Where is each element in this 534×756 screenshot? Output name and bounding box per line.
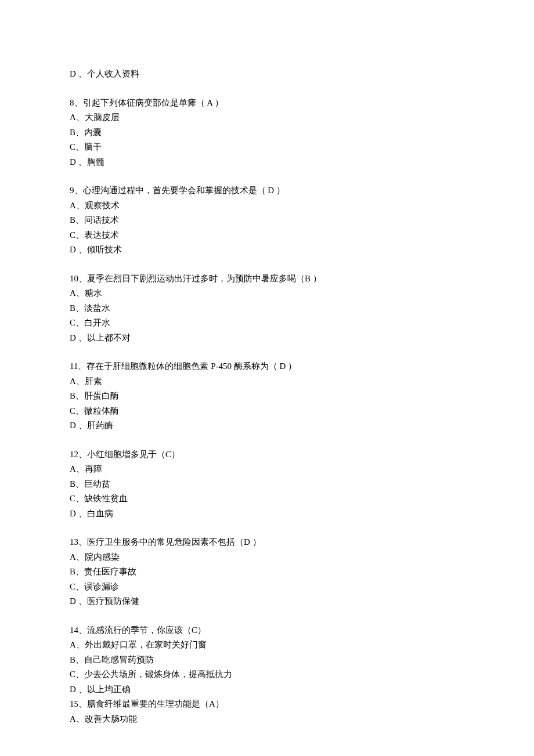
option-c: C、白开水 bbox=[70, 316, 464, 331]
option-c: C、少去公共场所，锻炼身体，提高抵抗力 bbox=[70, 667, 464, 682]
question-12: 12、小红细胞增多见于（C） A、再障 B、巨幼贫 C、缺铁性贫血 D 、白血病 bbox=[70, 447, 464, 522]
option-b: B、责任医疗事故 bbox=[70, 565, 464, 580]
option-c: C、缺铁性贫血 bbox=[70, 491, 464, 507]
option-d: D 、以上均正确 bbox=[70, 682, 464, 697]
option-a: A、肝素 bbox=[70, 374, 464, 389]
question-11: 11、存在于肝细胞微粒体的细胞色素 P-450 酶系称为（ D ） A、肝素 B… bbox=[70, 359, 464, 433]
question-8: 8、引起下列体征病变部位是单瘫（ A ） A、大脑皮层 B、内囊 C、脑干 D … bbox=[70, 96, 464, 170]
option-d: D 、白血病 bbox=[70, 507, 464, 522]
option-b: B、内囊 bbox=[70, 125, 464, 140]
option-a: A、观察技术 bbox=[70, 198, 464, 214]
option-b: B、问话技术 bbox=[70, 213, 464, 228]
option-c: C、微粒体酶 bbox=[70, 404, 464, 419]
question-13: 13、医疗卫生服务中的常见危险因素不包括（D ） A、院内感染 B、责任医疗事故… bbox=[70, 535, 464, 609]
question-14: 14、流感流行的季节，你应该（C） A、外出戴好口罩，在家时关好门窗 B、自己吃… bbox=[70, 623, 464, 727]
option-a: A、糖水 bbox=[70, 286, 464, 301]
question-stem: 12、小红细胞增多见于（C） bbox=[70, 447, 464, 462]
option-d: D 、胸髓 bbox=[70, 155, 464, 170]
question-stem-15: 15、膳食纤维最重要的生理功能是（A） bbox=[70, 697, 464, 712]
option-d: D 、肝药酶 bbox=[70, 418, 464, 433]
option-b: B、肝蛋白酶 bbox=[70, 389, 464, 404]
option-a: A、外出戴好口罩，在家时关好门窗 bbox=[70, 638, 464, 653]
question-stem: 14、流感流行的季节，你应该（C） bbox=[70, 623, 464, 638]
question-10: 10、夏季在烈日下剧烈运动出汗过多时，为预防中暑应多喝（B ） A、糖水 B、淡… bbox=[70, 272, 464, 346]
option-d: D 、倾听技术 bbox=[70, 243, 464, 258]
option-c: C、表达技术 bbox=[70, 228, 464, 243]
option-a: A、院内感染 bbox=[70, 550, 464, 565]
question-stem: 9、心理沟通过程中，首先要学会和掌握的技术是（ D ） bbox=[70, 183, 464, 198]
option-c: C、脑干 bbox=[70, 140, 464, 155]
question-stem: 13、医疗卫生服务中的常见危险因素不包括（D ） bbox=[70, 535, 464, 550]
option-a-15: A、改善大肠功能 bbox=[70, 712, 464, 727]
option-a: A、再障 bbox=[70, 462, 464, 477]
option-b: B、淡盐水 bbox=[70, 301, 464, 316]
question-stem: 8、引起下列体征病变部位是单瘫（ A ） bbox=[70, 96, 464, 111]
question-stem: 11、存在于肝细胞微粒体的细胞色素 P-450 酶系称为（ D ） bbox=[70, 359, 464, 374]
option-a: A、大脑皮层 bbox=[70, 110, 464, 125]
option-b: B、巨幼贫 bbox=[70, 477, 464, 492]
orphan-option-d: D 、个人收入资料 bbox=[70, 67, 464, 82]
option-b: B、自己吃感冒药预防 bbox=[70, 653, 464, 668]
option-c: C、误诊漏诊 bbox=[70, 580, 464, 595]
option-d: D 、医疗预防保健 bbox=[70, 594, 464, 609]
question-9: 9、心理沟通过程中，首先要学会和掌握的技术是（ D ） A、观察技术 B、问话技… bbox=[70, 183, 464, 258]
option-d: D 、以上都不对 bbox=[70, 331, 464, 346]
question-stem: 10、夏季在烈日下剧烈运动出汗过多时，为预防中暑应多喝（B ） bbox=[70, 272, 464, 287]
